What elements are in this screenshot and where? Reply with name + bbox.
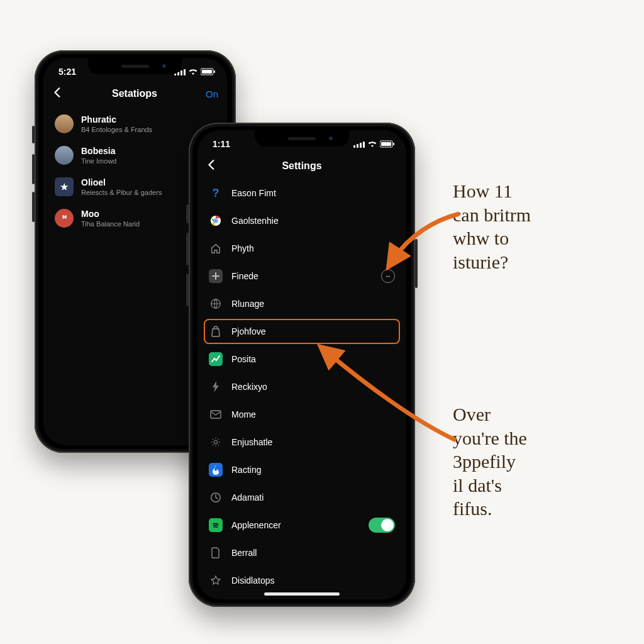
notch xyxy=(88,58,182,74)
battery-icon xyxy=(201,68,216,75)
settings-row-label: Enjushatle xyxy=(231,437,272,447)
settings-row-label: Pjohfove xyxy=(231,326,265,336)
settings-row-label: Rlunage xyxy=(231,299,264,309)
svg-rect-11 xyxy=(211,411,221,418)
settings-row-label: Posita xyxy=(231,354,256,364)
contact-sub: Reiescts & Pibur & gaders xyxy=(81,189,162,196)
home-indicator[interactable] xyxy=(264,592,340,596)
phone-side-button xyxy=(186,274,189,306)
back-button[interactable] xyxy=(206,159,218,173)
settings-row[interactable]: Applenencer xyxy=(197,511,406,539)
settings-row-label: Berrall xyxy=(231,548,257,558)
annotation-arrow xyxy=(377,211,465,274)
svg-rect-1 xyxy=(214,70,215,73)
settings-row-label: Disidlatops xyxy=(231,575,274,586)
settings-row[interactable]: Pjohfove xyxy=(197,318,406,345)
settings-row-label: Gaolstenhie xyxy=(231,216,279,226)
phone-side-button xyxy=(32,192,35,222)
signal-icon xyxy=(353,140,365,148)
bolt-icon xyxy=(209,380,223,394)
settings-row-label: Adamati xyxy=(231,492,264,502)
notch xyxy=(255,130,349,147)
plus-box-icon xyxy=(209,269,223,283)
chart-icon xyxy=(209,352,223,366)
contact-sub: Tiha Balance Narid xyxy=(81,220,140,228)
battery-icon xyxy=(380,140,395,148)
status-icons xyxy=(353,140,395,148)
question-icon: ? xyxy=(209,186,223,200)
svg-point-9 xyxy=(214,219,217,222)
settings-row-label: Racting xyxy=(231,465,261,475)
avatar xyxy=(55,146,74,165)
status-time: 5:21 xyxy=(58,67,76,77)
flame-icon xyxy=(209,463,223,477)
avatar: ★ xyxy=(55,177,74,196)
phone-side-button xyxy=(186,233,189,265)
status-time: 1:11 xyxy=(213,139,230,149)
settings-row[interactable]: Disidlatops xyxy=(197,567,406,594)
nav-title: Settings xyxy=(282,160,321,172)
nav-bar: Setatiops On xyxy=(43,82,227,106)
nav-title: Setatiops xyxy=(112,88,157,99)
contact-sub: Tine Imowd xyxy=(81,157,116,165)
annotation-arrow xyxy=(321,346,465,453)
contact-name: Olioel xyxy=(81,177,162,187)
settings-row[interactable]: Racting xyxy=(197,456,406,484)
nav-bar: Settings xyxy=(197,154,406,178)
wifi-icon xyxy=(367,140,377,148)
phone-side-button xyxy=(32,154,35,184)
settings-row[interactable]: Gaolstenhie xyxy=(197,207,406,235)
contact-name: Bobesia xyxy=(81,146,116,156)
avatar xyxy=(55,114,74,133)
settings-row[interactable]: Finede↔ xyxy=(197,262,406,290)
settings-row[interactable]: Adamati xyxy=(197,484,406,511)
back-button[interactable] xyxy=(52,87,64,101)
svg-rect-2 xyxy=(202,70,212,74)
doc-icon xyxy=(209,546,223,560)
settings-row[interactable]: Berrall xyxy=(197,539,406,567)
settings-row-label: Mome xyxy=(231,409,256,419)
home-icon xyxy=(209,242,223,255)
avatar: ᴹ xyxy=(55,209,74,228)
wifi-icon xyxy=(188,68,198,75)
contact-name: Moo xyxy=(81,209,140,219)
settings-row[interactable]: ?Eason Fimt xyxy=(197,179,406,207)
settings-row-label: Finede xyxy=(231,271,258,281)
svg-point-12 xyxy=(214,440,217,443)
settings-row[interactable]: Rlunage xyxy=(197,290,406,318)
settings-row-label: Phyth xyxy=(231,243,254,253)
nav-action[interactable]: On xyxy=(206,89,218,99)
settings-row-label: Applenencer xyxy=(231,520,281,530)
globe-icon xyxy=(209,297,223,311)
svg-rect-4 xyxy=(393,143,394,145)
gear-icon xyxy=(209,435,223,449)
contact-sub: B4 Entologes & Frands xyxy=(81,126,152,133)
chrome-icon xyxy=(209,214,223,228)
phone-side-button xyxy=(186,204,189,223)
bag-icon xyxy=(209,325,223,338)
annotation-top: How 11 can britrm whw to isturie? xyxy=(453,179,616,274)
phone-side-button xyxy=(32,126,35,143)
svg-rect-5 xyxy=(381,142,391,146)
mail-icon xyxy=(209,408,223,421)
contact-name: Phuratic xyxy=(81,114,152,125)
clock-icon xyxy=(209,491,223,504)
annotation-bottom: Over you're the 3ppefily il dat's fifus. xyxy=(453,402,616,521)
toggle-switch[interactable] xyxy=(369,518,395,533)
spotify-icon xyxy=(209,518,223,532)
settings-row[interactable]: Phyth xyxy=(197,235,406,262)
star-icon xyxy=(209,574,223,587)
settings-row-label: Eason Fimt xyxy=(231,188,276,198)
settings-row-label: Reckixyo xyxy=(231,382,267,392)
